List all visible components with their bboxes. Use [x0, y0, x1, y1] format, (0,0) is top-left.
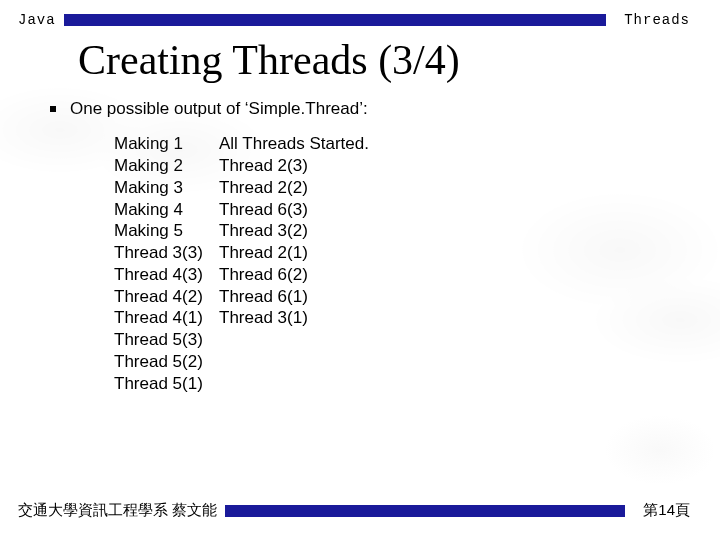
output-block: Making 1 Making 2 Making 3 Making 4 Maki… [114, 133, 670, 394]
watermark-shape [590, 390, 720, 510]
output-column-2: All Threads Started. Thread 2(3) Thread … [219, 133, 369, 394]
footer-page-number: 第14頁 [643, 501, 690, 520]
output-line: Thread 4(1) [114, 307, 219, 329]
bullet-item: One possible output of ‘Simple.Thread’: [50, 98, 670, 119]
output-line: Thread 3(1) [219, 307, 369, 329]
output-line: Thread 6(1) [219, 286, 369, 308]
footer-bar [225, 505, 625, 517]
bullet-text: One possible output of ‘Simple.Thread’: [70, 98, 368, 119]
output-line: Making 2 [114, 155, 219, 177]
output-line: Thread 3(2) [219, 220, 369, 242]
footer: 交通大學資訊工程學系 蔡文能 第14頁 [0, 501, 720, 520]
header-left-label: Java [18, 12, 56, 28]
slide-title: Creating Threads (3/4) [0, 28, 720, 98]
output-line: Thread 2(2) [219, 177, 369, 199]
header: Java Threads [0, 0, 720, 28]
output-line: Thread 3(3) [114, 242, 219, 264]
output-line: Making 3 [114, 177, 219, 199]
output-line: Thread 2(1) [219, 242, 369, 264]
output-line: Thread 5(2) [114, 351, 219, 373]
output-line: Thread 4(3) [114, 264, 219, 286]
bullet-marker [50, 106, 56, 112]
header-right-label: Threads [624, 12, 690, 28]
output-line: Making 1 [114, 133, 219, 155]
output-line: Thread 6(2) [219, 264, 369, 286]
footer-left-label: 交通大學資訊工程學系 蔡文能 [18, 501, 217, 520]
output-line: Making 5 [114, 220, 219, 242]
output-line: Thread 5(1) [114, 373, 219, 395]
output-line: Thread 2(3) [219, 155, 369, 177]
output-line: All Threads Started. [219, 133, 369, 155]
slide-body: One possible output of ‘Simple.Thread’: … [0, 98, 720, 394]
output-line: Thread 4(2) [114, 286, 219, 308]
output-column-1: Making 1 Making 2 Making 3 Making 4 Maki… [114, 133, 219, 394]
header-bar [64, 14, 607, 26]
output-line: Making 4 [114, 199, 219, 221]
output-line: Thread 5(3) [114, 329, 219, 351]
output-line: Thread 6(3) [219, 199, 369, 221]
